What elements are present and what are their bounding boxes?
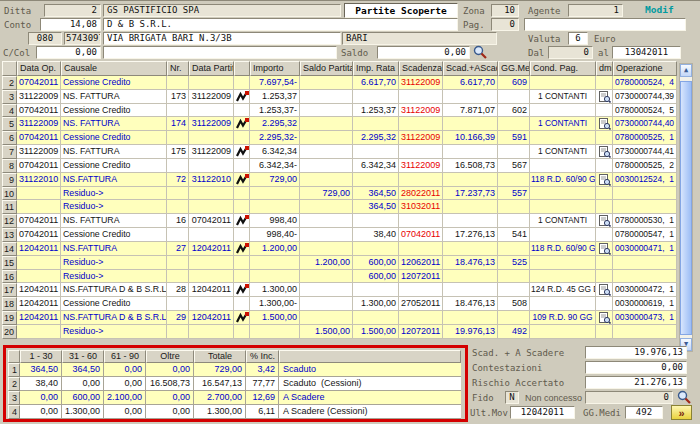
agente-field[interactable]: 1	[568, 4, 623, 17]
dmi-cell[interactable]	[596, 173, 613, 187]
summary-value-cell: 0,00	[146, 363, 194, 377]
document-preview-icon[interactable]	[598, 284, 611, 296]
fast-forward-button[interactable]: »	[671, 405, 692, 420]
dmi-cell[interactable]	[596, 283, 613, 297]
al-date-field[interactable]: 13042011	[612, 46, 681, 59]
valuta-code-field[interactable]: 6	[568, 32, 588, 45]
city-field[interactable]: BARI	[342, 32, 497, 45]
saldo-field[interactable]: 0,00	[377, 46, 470, 59]
column-header-data-op-[interactable]: Data Op.	[17, 61, 61, 76]
table-row[interactable]: 531122009NS. FATTURA174311220092.295,321…	[2, 117, 677, 131]
table-row[interactable]: 1207042011NS. FATTURA1607042011998,401 C…	[2, 214, 677, 228]
cond-pag-cell	[530, 131, 596, 145]
scroll-up-button[interactable]: ▲	[680, 64, 692, 77]
fido-field[interactable]: 0	[585, 391, 673, 404]
column-header-dmi[interactable]: dmi	[596, 61, 613, 76]
dmi-cell[interactable]	[596, 145, 613, 159]
saldo-lookup-button[interactable]	[472, 45, 488, 59]
document-preview-icon[interactable]	[598, 243, 611, 255]
column-header-saldo-partita[interactable]: Saldo Partita	[300, 61, 353, 76]
dmi-cell[interactable]	[596, 90, 613, 104]
document-preview-icon[interactable]	[598, 312, 611, 324]
dmi-cell[interactable]	[596, 311, 613, 325]
phone-number-field[interactable]: 5743097	[64, 32, 101, 45]
column-header-importo[interactable]: Importo	[250, 61, 300, 76]
company-field[interactable]: GS PASTIFICIO SPA	[103, 4, 341, 17]
table-row[interactable]: 407042011Cessione Credito1.253,37-1.253,…	[2, 104, 677, 118]
ccol-field[interactable]: 0,00	[36, 46, 101, 59]
table-row[interactable]: 1307042011Cessione Credito998,40-38,4007…	[2, 228, 677, 242]
column-header-scad-ascad[interactable]: Scad.+AScad	[443, 61, 498, 76]
dmi-cell	[596, 200, 613, 214]
causale-cell: NS. FATTURA	[61, 117, 167, 131]
document-preview-icon[interactable]	[598, 146, 611, 158]
table-row[interactable]: 607042011Cessione Credito2.295,32-2.295,…	[2, 131, 677, 145]
dmi-cell[interactable]	[596, 117, 613, 131]
grid-scrollbar[interactable]: ▲ ▼	[679, 63, 693, 352]
nr-cell	[167, 187, 189, 201]
table-row[interactable]: 1412042011NS.FATTURA27120420111.200,0011…	[2, 242, 677, 256]
fido-flag-field[interactable]: N	[505, 391, 519, 404]
zona-field[interactable]: 10	[491, 4, 519, 17]
table-row[interactable]: 731122009NS. FATTURA175311220096.342,341…	[2, 145, 677, 159]
table-row[interactable]: 207042011Cessione Credito7.697,54-6.617,…	[2, 76, 677, 90]
dmi-cell[interactable]	[596, 242, 613, 256]
cond-pag-cell: 1 CONTANTI	[530, 90, 596, 104]
view-mode-button[interactable]: Partite Scoperte	[344, 3, 458, 18]
data-partita-cell	[189, 297, 234, 311]
column-header-imp-rata[interactable]: Imp. Rata	[353, 61, 399, 76]
ultmov-field[interactable]: 12042011	[510, 406, 575, 419]
table-row[interactable]: 1912042011NS.FATTURA D & B S.R.L.2912042…	[2, 311, 677, 325]
document-preview-icon[interactable]	[598, 91, 611, 103]
column-header-causale[interactable]: Causale	[61, 61, 167, 76]
pag-extra-field[interactable]	[524, 18, 686, 31]
summary-col-Oltre: Oltre	[146, 350, 194, 363]
account-name-field[interactable]: D & B S.R.L.	[103, 18, 458, 31]
column-header-gg-medi[interactable]: GG.Medi	[498, 61, 530, 76]
table-row[interactable]: 15Residuo->1.200,00600,001206201118.476,…	[2, 256, 677, 270]
table-row[interactable]: 1712042011NS.FATTURA D & B S.R.L.2812042…	[2, 283, 677, 297]
dmi-cell	[596, 187, 613, 201]
operazione-cell	[613, 270, 677, 284]
table-row[interactable]: 807042011Cessione Credito6.342,34-6.342,…	[2, 159, 677, 173]
document-preview-icon[interactable]	[598, 118, 611, 130]
data-partita-cell	[189, 270, 234, 284]
dmi-cell	[596, 131, 613, 145]
table-row[interactable]: 331122009NS. FATTURA173311220091.253,371…	[2, 90, 677, 104]
summary-row-label: Scaduto	[279, 363, 461, 377]
document-preview-icon[interactable]	[598, 215, 611, 227]
table-row[interactable]: 20Residuo->1.500,001.500,001207201119.97…	[2, 325, 677, 339]
column-header-blank[interactable]	[2, 61, 17, 76]
column-header-operazione[interactable]: Operazione	[613, 61, 677, 76]
scrollbar-thumb[interactable]	[680, 81, 692, 335]
modif-status[interactable]: Modif	[645, 4, 674, 15]
fido-lookup-button[interactable]	[676, 390, 692, 404]
scroll-up-icon: ▲	[684, 66, 688, 74]
dal-field[interactable]: 0	[548, 46, 593, 59]
table-row[interactable]: 11Residuo->364,5031032011	[2, 200, 677, 214]
column-header-data-partita[interactable]: Data Partita	[189, 61, 234, 76]
column-header-nr-[interactable]: Nr.	[167, 61, 189, 76]
table-row[interactable]: 10Residuo->729,00364,502802201117.237,73…	[2, 187, 677, 201]
phone-area-field[interactable]: 080	[28, 32, 62, 45]
row-number: 15	[2, 256, 17, 270]
ditta-field[interactable]: 2	[44, 4, 101, 17]
dmi-cell[interactable]	[596, 214, 613, 228]
table-row[interactable]: 1812042011Cessione Credito1.300,00-1.300…	[2, 297, 677, 311]
column-header-blank[interactable]	[234, 61, 250, 76]
address-field[interactable]: VIA BRIGATA BARI N.3/3B	[103, 32, 341, 45]
table-row[interactable]: 931122010NS.FATTURA7231122010729,00118 R…	[2, 173, 677, 187]
causale-cell: NS. FATTURA	[61, 145, 167, 159]
imp-rata-cell	[353, 90, 399, 104]
column-header-scadenza[interactable]: Scadenza	[399, 61, 443, 76]
pag-label: Pag.	[463, 20, 485, 30]
table-row[interactable]: 16Residuo->600,0012072011	[2, 270, 677, 284]
ccol-extra-field[interactable]	[103, 46, 337, 59]
pag-field[interactable]: 0	[491, 18, 519, 31]
cond-pag-cell	[530, 256, 596, 270]
document-preview-icon[interactable]	[598, 174, 611, 186]
nr-cell	[167, 159, 189, 173]
conto-field[interactable]: 14,08	[40, 18, 101, 31]
row-number: 12	[2, 214, 17, 228]
column-header-cond-pag-[interactable]: Cond. Pag.	[530, 61, 596, 76]
